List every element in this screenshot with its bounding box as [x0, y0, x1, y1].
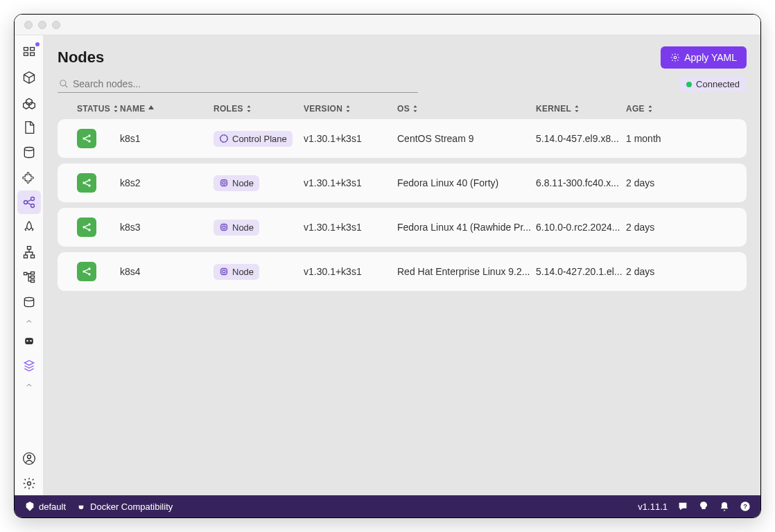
cube-icon	[22, 71, 36, 85]
sidebar-ai[interactable]	[17, 329, 41, 353]
sort-icon	[112, 105, 119, 112]
context-label: default	[39, 502, 66, 512]
dashboard-icon	[22, 46, 36, 60]
sidebar-registries[interactable]	[17, 354, 41, 378]
col-os[interactable]: OS	[397, 104, 536, 114]
col-status[interactable]: STATUS	[77, 104, 120, 114]
table-row[interactable]: k8s3 Node v1.30.1+k3s1 Fedora Linux 41 (…	[58, 208, 747, 247]
sort-icon	[345, 105, 351, 112]
app-window: Nodes Apply YAML Connected STATUS	[14, 14, 761, 518]
svg-rect-10	[31, 255, 34, 258]
bulb-icon[interactable]	[698, 501, 709, 512]
help-icon[interactable]: ?	[740, 501, 751, 512]
node-version: v1.30.1+k3s1	[304, 133, 397, 144]
sidebar-dashboard[interactable]	[17, 41, 41, 64]
sidebar-deploy[interactable]	[17, 215, 41, 239]
sidebar-configs[interactable]	[17, 265, 41, 289]
svg-rect-16	[25, 338, 33, 344]
user-icon	[22, 452, 36, 466]
col-version[interactable]: VERSION	[304, 104, 397, 114]
svg-rect-2	[24, 53, 28, 55]
chevron-up-icon	[25, 317, 33, 326]
version-label: v1.11.1	[638, 502, 668, 512]
svg-rect-3	[30, 53, 34, 55]
sidebar-account[interactable]	[17, 447, 41, 470]
traffic-light-zoom[interactable]	[52, 21, 60, 29]
document-icon	[22, 121, 36, 134]
tree-icon	[22, 270, 36, 284]
node-age: 1 month	[626, 133, 681, 144]
col-age[interactable]: AGE	[626, 104, 681, 114]
svg-point-5	[24, 201, 27, 204]
svg-rect-42	[223, 270, 225, 273]
plug-icon	[76, 501, 87, 512]
disk-icon	[22, 295, 36, 309]
compat-indicator[interactable]: Docker Compatibility	[76, 501, 173, 512]
sidebar-containers[interactable]	[17, 66, 41, 89]
svg-point-20	[27, 455, 31, 459]
hierarchy-icon	[22, 245, 36, 259]
sidebar-network[interactable]	[17, 240, 41, 264]
status-dot-icon	[686, 82, 692, 87]
sidebar-volumes[interactable]	[17, 141, 41, 164]
role-badge: Node	[214, 220, 259, 236]
apply-yaml-label: Apply YAML	[684, 52, 737, 63]
titlebar	[15, 15, 760, 35]
sidebar-pods[interactable]	[17, 91, 41, 114]
sidebar-collapse-2[interactable]	[17, 379, 41, 391]
apply-yaml-button[interactable]: Apply YAML	[661, 46, 747, 69]
col-roles[interactable]: ROLES	[214, 104, 304, 114]
node-name: k8s4	[120, 266, 214, 277]
chat-icon[interactable]	[677, 501, 688, 512]
puzzle-icon	[22, 170, 36, 184]
search-icon	[59, 79, 69, 89]
gear-icon	[22, 477, 36, 490]
context-selector[interactable]: default	[24, 501, 66, 512]
svg-point-7	[31, 204, 34, 208]
svg-point-15	[24, 297, 33, 301]
table-row[interactable]: k8s4 Node v1.30.1+k3s1 Red Hat Enterpris…	[58, 252, 747, 291]
status-ready-icon	[77, 262, 96, 281]
svg-rect-8	[27, 247, 31, 249]
node-age: 2 days	[626, 266, 681, 277]
col-kernel[interactable]: KERNEL	[536, 104, 626, 114]
sidebar-settings[interactable]	[17, 472, 41, 495]
traffic-light-minimize[interactable]	[38, 21, 46, 29]
page-title: Nodes	[58, 48, 104, 66]
svg-rect-37	[223, 226, 225, 229]
sidebar-extensions[interactable]	[17, 166, 41, 189]
node-os: Red Hat Enterprise Linux 9.2...	[397, 266, 536, 277]
svg-rect-36	[221, 224, 227, 230]
compat-label: Docker Compatibility	[90, 502, 173, 512]
node-name: k8s2	[120, 177, 214, 188]
nodes-table: STATUS NAME ROLES VERSION OS KERNEL AGE …	[44, 98, 760, 495]
cubes-icon	[22, 96, 36, 109]
bell-icon[interactable]	[719, 501, 730, 512]
sidebar-collapse-1[interactable]	[17, 315, 41, 328]
sidebar-storage[interactable]	[17, 290, 41, 314]
sidebar-nodes[interactable]	[17, 190, 41, 214]
node-os: Fedora Linux 40 (Forty)	[397, 177, 536, 188]
rocket-icon	[22, 220, 36, 234]
search-input[interactable]	[73, 78, 417, 89]
sort-asc-icon	[148, 105, 155, 112]
table-row[interactable]: k8s2 Node v1.30.1+k3s1 Fedora Linux 40 (…	[58, 163, 747, 202]
sort-icon	[245, 105, 252, 112]
traffic-light-close[interactable]	[24, 21, 33, 29]
sidebar-images[interactable]	[17, 116, 41, 139]
table-row[interactable]: k8s1 Control Plane v1.30.1+k3s1 CentOS S…	[58, 119, 747, 158]
svg-rect-0	[24, 48, 28, 51]
connection-label: Connected	[696, 79, 740, 89]
svg-text:?: ?	[743, 503, 747, 510]
sort-icon	[573, 105, 580, 112]
svg-point-6	[31, 197, 34, 201]
svg-point-21	[27, 482, 31, 486]
svg-rect-9	[24, 255, 27, 258]
svg-point-23	[60, 80, 66, 86]
svg-rect-12	[31, 272, 34, 274]
role-badge: Control Plane	[214, 131, 293, 147]
node-os: Fedora Linux 41 (Rawhide Pr...	[397, 222, 536, 233]
database-icon	[22, 145, 36, 159]
search-field[interactable]	[58, 76, 418, 93]
col-name[interactable]: NAME	[120, 104, 214, 114]
